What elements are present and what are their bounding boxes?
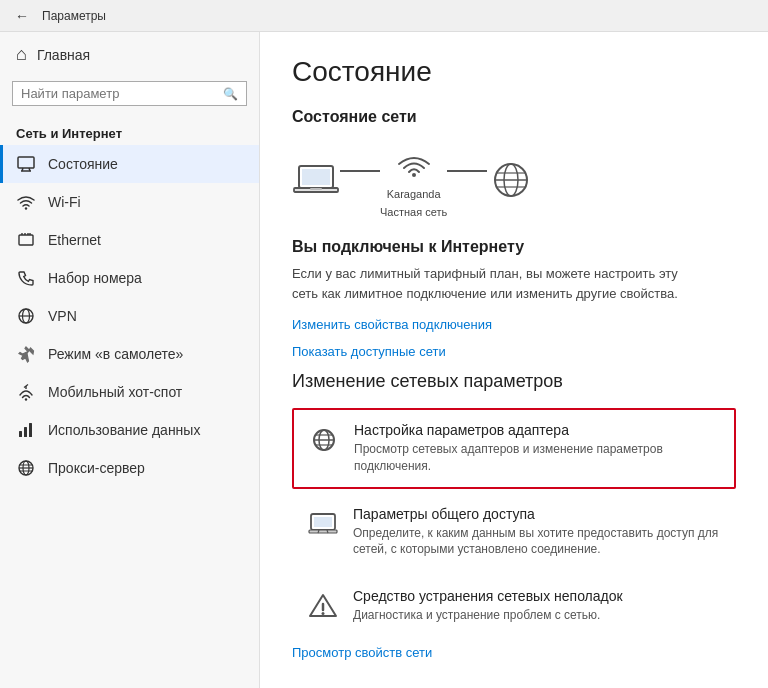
phone-icon	[16, 268, 36, 288]
sidebar-item-proxy[interactable]: Прокси-сервер	[0, 449, 259, 487]
network-line-2	[447, 170, 487, 172]
network-node-label: Karaganda	[387, 188, 441, 200]
link-change-props[interactable]: Изменить свойства подключения	[292, 317, 736, 332]
card-troubleshoot-desc: Диагностика и устранение проблем с сетью…	[353, 607, 721, 624]
sidebar-item-dialup[interactable]: Набор номера	[0, 259, 259, 297]
card-sharing-text: Параметры общего доступа Определите, к к…	[353, 506, 721, 559]
sidebar-item-status[interactable]: Состояние	[0, 145, 259, 183]
sidebar-item-label-airplane: Режим «в самолете»	[48, 346, 183, 362]
sidebar-item-label-status: Состояние	[48, 156, 118, 172]
sidebar-item-wifi[interactable]: Wi-Fi	[0, 183, 259, 221]
wifi-router-icon-group: Karaganda Частная сеть	[380, 142, 447, 218]
sidebar-item-label-ethernet: Ethernet	[48, 232, 101, 248]
link-show-networks[interactable]: Показать доступные сети	[292, 344, 736, 359]
main-content: Состояние Состояние сети	[260, 32, 768, 688]
wifi-icon	[16, 192, 36, 212]
sidebar-item-label-hotspot: Мобильный хот-спот	[48, 384, 182, 400]
search-input[interactable]	[21, 86, 217, 101]
svg-point-4	[25, 207, 27, 209]
svg-point-13	[25, 398, 27, 400]
card-troubleshoot-title: Средство устранения сетевых неполадок	[353, 588, 721, 604]
laptop-icon-group	[292, 160, 340, 200]
globe-icon-group	[487, 160, 535, 200]
svg-point-45	[322, 612, 325, 615]
monitor-icon	[16, 154, 36, 174]
airplane-icon	[16, 344, 36, 364]
laptop-icon	[292, 160, 340, 200]
svg-point-28	[412, 173, 416, 177]
proxy-icon	[16, 458, 36, 478]
sidebar-item-ethernet[interactable]: Ethernet	[0, 221, 259, 259]
sidebar-item-airplane[interactable]: Режим «в самолете»	[0, 335, 259, 373]
card-sharing-desc: Определите, к каким данным вы хотите пре…	[353, 525, 721, 559]
change-section-title: Изменение сетевых параметров	[292, 371, 736, 392]
ethernet-icon	[16, 230, 36, 250]
sidebar: ⌂ Главная 🔍 Сеть и Интернет Сост	[0, 32, 260, 688]
sidebar-item-label-dialup: Набор номера	[48, 270, 142, 286]
card-adapter-desc: Просмотр сетевых адаптеров и изменение п…	[354, 441, 720, 475]
wifi-router-icon	[390, 142, 438, 182]
connected-desc: Если у вас лимитный тарифный план, вы мо…	[292, 264, 692, 303]
data-usage-icon	[16, 420, 36, 440]
hotspot-icon	[16, 382, 36, 402]
sidebar-home-label: Главная	[37, 47, 90, 63]
svg-rect-40	[314, 517, 332, 527]
sidebar-home-button[interactable]: ⌂ Главная	[0, 32, 259, 77]
card-adapter[interactable]: Настройка параметров адаптера Просмотр с…	[292, 408, 736, 489]
sidebar-item-label-vpn: VPN	[48, 308, 77, 324]
svg-rect-25	[302, 169, 330, 185]
card-adapter-title: Настройка параметров адаптера	[354, 422, 720, 438]
titlebar: ← Параметры	[0, 0, 768, 32]
sidebar-item-label-datausage: Использование данных	[48, 422, 200, 438]
sidebar-item-datausage[interactable]: Использование данных	[0, 411, 259, 449]
titlebar-title: Параметры	[42, 9, 106, 23]
connected-title: Вы подключены к Интернету	[292, 238, 736, 256]
page-title: Состояние	[292, 56, 736, 88]
svg-rect-17	[24, 427, 27, 437]
svg-rect-0	[18, 157, 34, 168]
search-box[interactable]: 🔍	[12, 81, 247, 106]
home-icon: ⌂	[16, 44, 27, 65]
sidebar-section-title: Сеть и Интернет	[0, 118, 259, 145]
sidebar-item-hotspot[interactable]: Мобильный хот-спот	[0, 373, 259, 411]
link-view-properties[interactable]: Просмотр свойств сети	[292, 645, 736, 660]
network-section-title: Состояние сети	[292, 108, 736, 126]
card-troubleshoot[interactable]: Средство устранения сетевых неполадок Ди…	[292, 575, 736, 637]
sidebar-item-label-proxy: Прокси-сервер	[48, 460, 145, 476]
card-sharing-title: Параметры общего доступа	[353, 506, 721, 522]
network-diagram: Karaganda Частная сеть	[292, 142, 736, 218]
adapter-icon	[308, 424, 340, 456]
card-sharing[interactable]: Параметры общего доступа Определите, к к…	[292, 493, 736, 572]
back-button[interactable]: ←	[8, 2, 36, 30]
svg-rect-41	[309, 530, 337, 533]
svg-rect-16	[19, 431, 22, 437]
svg-rect-27	[310, 188, 322, 190]
sharing-icon	[307, 508, 339, 540]
vpn-icon	[16, 306, 36, 326]
globe-icon	[487, 160, 535, 200]
svg-rect-5	[19, 235, 33, 245]
search-icon: 🔍	[223, 87, 238, 101]
svg-rect-18	[29, 423, 32, 437]
network-node-sublabel: Частная сеть	[380, 206, 447, 218]
card-troubleshoot-text: Средство устранения сетевых неполадок Ди…	[353, 588, 721, 624]
warning-icon	[307, 590, 339, 622]
sidebar-item-label-wifi: Wi-Fi	[48, 194, 81, 210]
card-adapter-text: Настройка параметров адаптера Просмотр с…	[354, 422, 720, 475]
sidebar-item-vpn[interactable]: VPN	[0, 297, 259, 335]
network-line-1	[340, 170, 380, 172]
